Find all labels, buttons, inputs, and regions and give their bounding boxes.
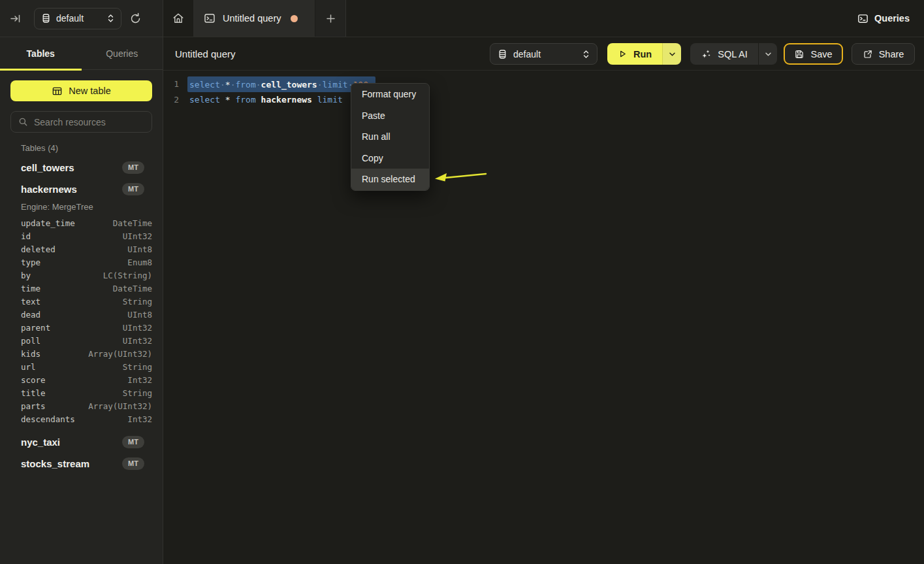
refresh-button[interactable] bbox=[125, 8, 145, 28]
tables-section-label: Tables (4) bbox=[21, 143, 58, 153]
list-spacer bbox=[0, 425, 163, 431]
column-name: deleted bbox=[21, 244, 127, 254]
table-name: stocks_stream bbox=[21, 458, 122, 469]
code-line-1[interactable]: 1select·*·from·cell_towers·limit·100· bbox=[163, 76, 924, 92]
collapse-sidebar-button[interactable] bbox=[5, 8, 25, 28]
column-row-url: urlString bbox=[0, 360, 163, 373]
run-button-group: Run bbox=[607, 43, 681, 65]
column-type: Enum8 bbox=[127, 257, 152, 267]
queries-panel-button[interactable]: Queries bbox=[857, 8, 910, 28]
search-resources-box bbox=[10, 111, 152, 133]
column-type: String bbox=[123, 388, 152, 398]
topbar-database-selector[interactable]: default bbox=[34, 8, 121, 29]
query-database-selector[interactable]: default bbox=[490, 43, 597, 65]
column-type: LC(String) bbox=[103, 271, 152, 280]
table-row-cell_towers[interactable]: cell_towersMT bbox=[0, 157, 163, 178]
new-tab-button[interactable] bbox=[315, 0, 346, 37]
column-type: DateTime bbox=[113, 218, 152, 228]
column-type: Int32 bbox=[127, 414, 152, 424]
sql-ai-button[interactable]: SQL AI bbox=[690, 43, 759, 65]
column-row-poll: pollUInt32 bbox=[0, 334, 163, 347]
table-row-stocks_stream[interactable]: stocks_streamMT bbox=[0, 453, 163, 474]
run-button[interactable]: Run bbox=[607, 43, 663, 65]
save-icon bbox=[794, 49, 805, 59]
column-name: score bbox=[21, 375, 127, 385]
chevron-down-icon bbox=[669, 52, 676, 57]
column-type: Array(UInt32) bbox=[88, 401, 152, 411]
column-row-kids: kidsArray(UInt32) bbox=[0, 347, 163, 360]
topbar-left: default bbox=[0, 0, 163, 37]
menu-item-run-selected[interactable]: Run selected bbox=[351, 169, 429, 190]
chevron-down-icon bbox=[765, 52, 772, 57]
save-label: Save bbox=[810, 49, 832, 59]
home-button[interactable] bbox=[163, 0, 193, 37]
column-row-parts: partsArray(UInt32) bbox=[0, 399, 163, 412]
home-icon bbox=[172, 12, 185, 25]
sidebar-tab-queries[interactable]: Queries bbox=[82, 37, 163, 69]
column-row-score: scoreInt32 bbox=[0, 373, 163, 386]
run-options-button[interactable] bbox=[663, 43, 681, 65]
column-row-deleted: deletedUInt8 bbox=[0, 242, 163, 256]
refresh-icon bbox=[129, 12, 142, 25]
chevron-updown-icon bbox=[107, 14, 114, 23]
tab-label: Untitled query bbox=[223, 13, 281, 24]
column-name: dead bbox=[21, 310, 127, 320]
column-type: UInt8 bbox=[127, 310, 152, 320]
table-row-nyc_taxi[interactable]: nyc_taxiMT bbox=[0, 431, 163, 453]
sql-ai-options-button[interactable] bbox=[759, 43, 777, 65]
query-title: Untitled query bbox=[175, 37, 236, 71]
search-resources-input[interactable] bbox=[34, 117, 144, 127]
table-name: nyc_taxi bbox=[21, 437, 122, 448]
code-line-2[interactable]: 2select * from hackernews limit bbox=[163, 92, 924, 108]
column-row-text: textString bbox=[0, 295, 163, 308]
sidebar-tab-tables[interactable]: Tables bbox=[0, 37, 82, 69]
new-table-button[interactable]: New table bbox=[10, 80, 152, 101]
terminal-icon bbox=[204, 12, 215, 24]
table-grid-icon bbox=[52, 86, 63, 97]
column-type: DateTime bbox=[113, 284, 152, 293]
column-type: UInt32 bbox=[123, 231, 152, 241]
engine-badge: MT bbox=[122, 183, 144, 195]
column-name: by bbox=[21, 271, 103, 280]
column-name: type bbox=[21, 257, 127, 267]
engine-badge: MT bbox=[122, 457, 144, 470]
tab-untitled-query[interactable]: Untitled query bbox=[193, 0, 315, 37]
table-engine-label: Engine: MergeTree bbox=[0, 200, 163, 216]
column-row-descendants: descendantsInt32 bbox=[0, 412, 163, 425]
column-row-dead: deadUInt8 bbox=[0, 308, 163, 321]
column-type: UInt32 bbox=[123, 323, 152, 333]
column-type: Array(UInt32) bbox=[88, 349, 152, 359]
engine-badge: MT bbox=[122, 436, 144, 448]
database-icon bbox=[498, 49, 507, 59]
sql-ai-label: SQL AI bbox=[718, 49, 747, 59]
menu-item-copy[interactable]: Copy bbox=[351, 148, 429, 169]
column-name: title bbox=[21, 388, 123, 398]
new-table-label: New table bbox=[69, 86, 110, 96]
table-row-hackernews[interactable]: hackernewsMT bbox=[0, 178, 163, 200]
query-database-value: default bbox=[513, 49, 577, 59]
column-name: descendants bbox=[21, 414, 127, 424]
column-type: UInt32 bbox=[123, 336, 152, 346]
table-list: cell_towersMThackernewsMTEngine: MergeTr… bbox=[0, 157, 163, 474]
menu-item-run-all[interactable]: Run all bbox=[351, 126, 429, 148]
sql-ai-button-group: SQL AI bbox=[690, 43, 777, 65]
line-number: 2 bbox=[163, 92, 179, 108]
save-button[interactable]: Save bbox=[784, 43, 843, 65]
column-type: String bbox=[123, 297, 152, 307]
menu-item-format-query[interactable]: Format query bbox=[351, 84, 429, 105]
column-name: kids bbox=[21, 349, 88, 359]
share-icon bbox=[863, 49, 873, 59]
app-window: default bbox=[0, 0, 924, 564]
column-name: update_time bbox=[21, 218, 113, 228]
table-name: hackernews bbox=[21, 184, 122, 195]
main-panel: Untitled query default bbox=[163, 37, 924, 564]
share-button[interactable]: Share bbox=[852, 43, 915, 65]
menu-item-paste[interactable]: Paste bbox=[351, 105, 429, 127]
sql-editor[interactable]: 1select·*·from·cell_towers·limit·100·2se… bbox=[163, 71, 924, 564]
column-row-parent: parentUInt32 bbox=[0, 321, 163, 334]
column-name: parts bbox=[21, 401, 88, 411]
code-text: select·*·from·cell_towers·limit·100· bbox=[187, 76, 375, 92]
column-row-id: idUInt32 bbox=[0, 229, 163, 242]
editor-context-menu: Format queryPasteRun allCopyRun selected bbox=[351, 83, 430, 191]
sidebar-tab-tables-label: Tables bbox=[27, 48, 55, 59]
